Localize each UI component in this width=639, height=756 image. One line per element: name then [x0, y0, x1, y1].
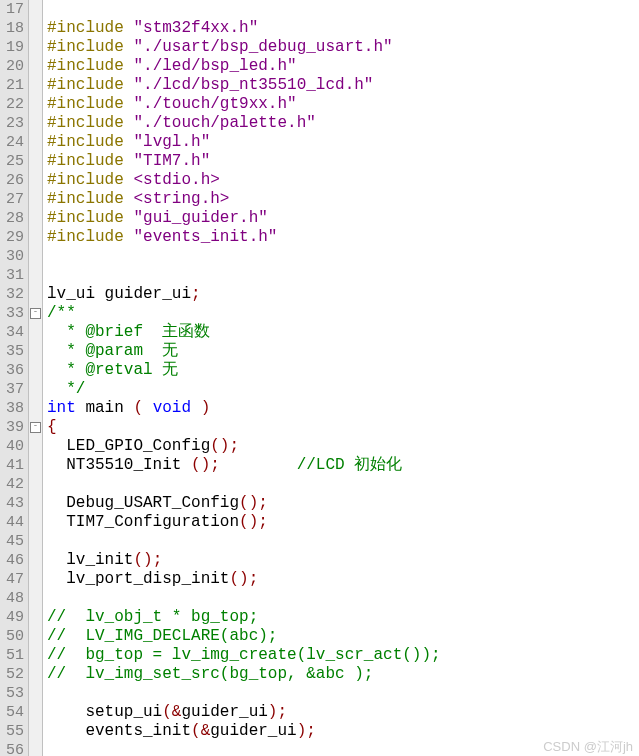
token-kw-pre: #include: [47, 95, 133, 113]
code-line[interactable]: #include "TIM7.h": [47, 152, 441, 171]
line-number: 46: [2, 551, 24, 570]
token-comment: * @brief 主函数: [47, 323, 210, 341]
code-line[interactable]: int main ( void ): [47, 399, 441, 418]
token-str: "stm32f4xx.h": [133, 19, 258, 37]
line-number: 23: [2, 114, 24, 133]
code-line[interactable]: [47, 0, 441, 19]
line-number: 24: [2, 133, 24, 152]
code-line[interactable]: * @param 无: [47, 342, 441, 361]
watermark-text: CSDN @江河jh: [543, 738, 633, 756]
code-line[interactable]: #include <string.h>: [47, 190, 441, 209]
line-number: 19: [2, 38, 24, 57]
code-line[interactable]: lv_port_disp_init();: [47, 570, 441, 589]
code-line[interactable]: [47, 266, 441, 285]
line-number: 37: [2, 380, 24, 399]
line-number: 36: [2, 361, 24, 380]
code-line[interactable]: [47, 741, 441, 756]
code-line[interactable]: TIM7_Configuration();: [47, 513, 441, 532]
token-ident: guider_ui: [210, 722, 296, 740]
line-number: 22: [2, 95, 24, 114]
token-ident: lv_ui guider_ui: [47, 285, 191, 303]
code-line[interactable]: [47, 475, 441, 494]
token-ident: main: [76, 399, 134, 417]
code-line[interactable]: * @brief 主函数: [47, 323, 441, 342]
line-number: 34: [2, 323, 24, 342]
code-line[interactable]: {: [47, 418, 441, 437]
token-op: (: [133, 399, 143, 417]
line-number: 17: [2, 0, 24, 19]
token-comment: // LV_IMG_DECLARE(abc);: [47, 627, 277, 645]
token-comment: // lv_img_set_src(bg_top, &abc );: [47, 665, 373, 683]
code-line[interactable]: [47, 247, 441, 266]
code-line[interactable]: Debug_USART_Config();: [47, 494, 441, 513]
token-ident: guider_ui: [181, 703, 267, 721]
line-number: 38: [2, 399, 24, 418]
token-kw-pre: #include: [47, 19, 133, 37]
code-line[interactable]: // LV_IMG_DECLARE(abc);: [47, 627, 441, 646]
code-line[interactable]: #include "lvgl.h": [47, 133, 441, 152]
code-line[interactable]: #include "./led/bsp_led.h": [47, 57, 441, 76]
token-comment: /**: [47, 304, 76, 322]
code-line[interactable]: NT35510_Init (); //LCD 初始化: [47, 456, 441, 475]
token-str: "events_init.h": [133, 228, 277, 246]
token-op: {: [47, 418, 57, 436]
fold-toggle-icon[interactable]: -: [30, 422, 41, 433]
token-comment: // bg_top = lv_img_create(lv_scr_act());: [47, 646, 441, 664]
code-line[interactable]: #include "stm32f4xx.h": [47, 19, 441, 38]
code-line[interactable]: // bg_top = lv_img_create(lv_scr_act());: [47, 646, 441, 665]
line-number: 52: [2, 665, 24, 684]
line-number: 30: [2, 247, 24, 266]
line-number: 40: [2, 437, 24, 456]
line-number: 53: [2, 684, 24, 703]
token-kw-pre: #include: [47, 190, 133, 208]
line-number: 21: [2, 76, 24, 95]
token-op: ();: [229, 570, 258, 588]
code-line[interactable]: [47, 532, 441, 551]
code-line[interactable]: LED_GPIO_Config();: [47, 437, 441, 456]
token-op: (&: [162, 703, 181, 721]
code-editor: 1718192021222324252627282930313233343536…: [0, 0, 639, 756]
line-number: 41: [2, 456, 24, 475]
line-number-gutter: 1718192021222324252627282930313233343536…: [0, 0, 28, 756]
code-line[interactable]: #include "./lcd/bsp_nt35510_lcd.h": [47, 76, 441, 95]
token-kw-pre: #include: [47, 152, 133, 170]
code-line[interactable]: events_init(&guider_ui);: [47, 722, 441, 741]
code-line[interactable]: lv_init();: [47, 551, 441, 570]
code-line[interactable]: #include "./touch/gt9xx.h": [47, 95, 441, 114]
line-number: 56: [2, 741, 24, 756]
code-line[interactable]: lv_ui guider_ui;: [47, 285, 441, 304]
code-line[interactable]: [47, 589, 441, 608]
code-line[interactable]: /**: [47, 304, 441, 323]
line-number: 49: [2, 608, 24, 627]
line-number: 35: [2, 342, 24, 361]
line-number: 33: [2, 304, 24, 323]
line-number: 18: [2, 19, 24, 38]
token-ident: NT35510_Init: [47, 456, 191, 474]
token-kw-pre: #include: [47, 38, 133, 56]
code-line[interactable]: #include <stdio.h>: [47, 171, 441, 190]
token-str: "gui_guider.h": [133, 209, 267, 227]
code-line[interactable]: setup_ui(&guider_ui);: [47, 703, 441, 722]
fold-column[interactable]: --: [28, 0, 43, 756]
token-kw-pre: #include: [47, 133, 133, 151]
code-line[interactable]: // lv_obj_t * bg_top;: [47, 608, 441, 627]
token-str: "./touch/gt9xx.h": [133, 95, 296, 113]
token-str: "lvgl.h": [133, 133, 210, 151]
code-line[interactable]: #include "gui_guider.h": [47, 209, 441, 228]
token-op: ();: [210, 437, 239, 455]
line-number: 55: [2, 722, 24, 741]
code-area[interactable]: #include "stm32f4xx.h"#include "./usart/…: [43, 0, 441, 756]
code-line[interactable]: #include "events_init.h": [47, 228, 441, 247]
token-op: ();: [191, 456, 220, 474]
token-ident: [220, 456, 297, 474]
code-line[interactable]: // lv_img_set_src(bg_top, &abc );: [47, 665, 441, 684]
fold-toggle-icon[interactable]: -: [30, 308, 41, 319]
token-ident: [191, 399, 201, 417]
code-line[interactable]: * @retval 无: [47, 361, 441, 380]
code-line[interactable]: [47, 684, 441, 703]
code-line[interactable]: #include "./touch/palette.h": [47, 114, 441, 133]
code-line[interactable]: */: [47, 380, 441, 399]
code-line[interactable]: #include "./usart/bsp_debug_usart.h": [47, 38, 441, 57]
token-kw-blue: int: [47, 399, 76, 417]
token-ident: lv_init: [47, 551, 133, 569]
